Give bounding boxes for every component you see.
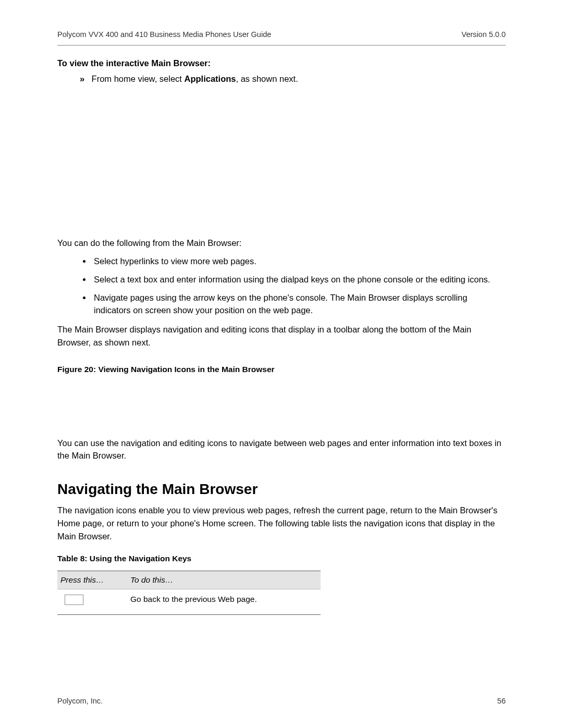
table-row: Go back to the previous Web page. [57, 589, 321, 615]
list-item: Navigate pages using the arrow keys on t… [92, 291, 506, 317]
list-item: Select hyperlinks to view more web pages… [92, 255, 506, 268]
page-header: Polycom VVX 400 and 410 Business Media P… [57, 30, 506, 45]
table-caption: Table 8: Using the Navigation Keys [57, 554, 506, 563]
body-paragraph: The Main Browser displays navigation and… [57, 323, 506, 349]
doc-version: Version 5.0.0 [461, 30, 506, 39]
step-text-prefix: From home view, select [92, 74, 185, 83]
feature-bullet-list: Select hyperlinks to view more web pages… [69, 255, 506, 317]
figure-caption: Figure 20: Viewing Navigation Icons in t… [57, 365, 506, 374]
section-intro-paragraph: The navigation icons enable you to view … [57, 504, 506, 542]
step-text-suffix: , as shown next. [236, 74, 298, 83]
instruction-heading: To view the interactive Main Browser: [57, 58, 506, 68]
nav-action-cell: Go back to the previous Web page. [127, 589, 321, 615]
step-item: » From home view, select Applications, a… [80, 73, 506, 84]
body-paragraph: You can use the navigation and editing i… [57, 437, 506, 463]
table-header-press: Press this… [57, 571, 127, 589]
list-item: Select a text box and enter information … [92, 273, 506, 286]
table-header-row: Press this… To do this… [57, 571, 321, 589]
nav-key-cell [57, 589, 127, 615]
back-key-icon [65, 595, 83, 605]
figure-placeholder [57, 374, 506, 437]
step-text-bold: Applications [184, 74, 236, 83]
header-divider [57, 45, 506, 46]
doc-title: Polycom VVX 400 and 410 Business Media P… [57, 30, 271, 39]
document-page: Polycom VVX 400 and 410 Business Media P… [0, 0, 563, 728]
step-list: » From home view, select Applications, a… [80, 73, 506, 84]
footer-page-number: 56 [497, 697, 506, 705]
section-heading: Navigating the Main Browser [57, 481, 506, 498]
step-marker-icon: » [80, 73, 89, 84]
intro-paragraph: You can do the following from the Main B… [57, 237, 506, 250]
page-footer: Polycom, Inc. 56 [57, 697, 506, 705]
figure-placeholder [57, 84, 506, 237]
navigation-keys-table: Press this… To do this… Go back to the p… [57, 571, 321, 615]
table-header-action: To do this… [127, 571, 321, 589]
footer-company: Polycom, Inc. [57, 697, 103, 705]
